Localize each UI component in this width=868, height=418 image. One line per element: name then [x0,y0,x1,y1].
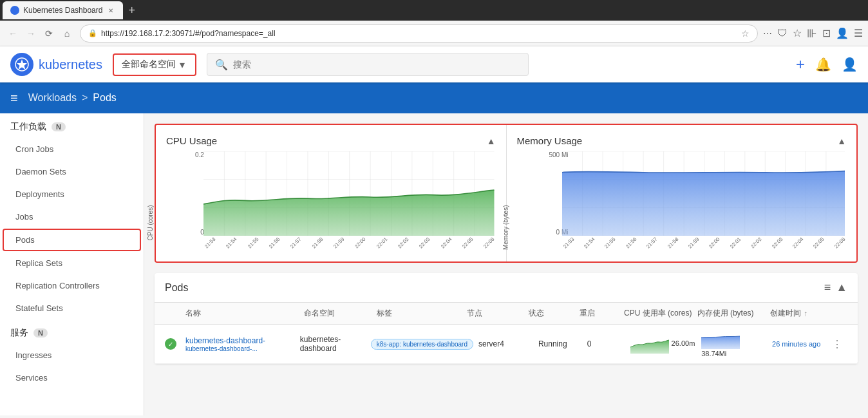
sidebar-item-daemon-sets[interactable]: Daemon Sets [0,160,144,183]
sidebar-icon[interactable]: ⊡ [822,27,831,39]
home-button[interactable]: ⌂ [59,26,75,41]
cpu-x-label-9: 22:02 [397,236,410,250]
mem-x-label-10: 22:03 [771,236,784,250]
cpu-chart-header: CPU Usage ▲ [166,135,496,146]
workloads-badge: N [52,122,66,131]
status-ok-icon: ✓ [165,338,176,350]
breadcrumb-separator: > [82,92,88,104]
cpu-chart-title: CPU Usage [166,135,217,146]
content-area: CPU Usage ▲ CPU (cores) 0.2 0 [144,113,868,415]
tab-title: Kubernetes Dashboard [23,6,102,15]
row-memory-value: 38.74Mi [701,350,726,357]
mem-x-label-2: 21:55 [603,236,617,250]
mem-x-label-9: 22:02 [750,236,763,250]
pods-collapse-button[interactable]: ▲ [836,281,847,294]
cpu-x-label-3: 21:56 [268,236,281,250]
search-input[interactable] [233,59,520,70]
sidebar-item-ingresses[interactable]: Ingresses [0,344,144,366]
breadcrumb-pods: Pods [93,92,116,104]
cpu-x-label-6: 21:59 [332,236,346,250]
breadcrumb-workloads[interactable]: Workloads [28,92,77,104]
row-cpu: 26.00m [630,334,696,354]
cpu-chart-panel: CPU Usage ▲ CPU (cores) 0.2 0 [156,125,506,261]
namespace-selector[interactable]: 全部命名空间 ▾ [113,53,196,76]
mem-x-label-1: 21:54 [583,236,596,250]
cpu-x-label-12: 22:05 [461,236,475,250]
search-icon: 🔍 [215,59,228,71]
forward-button[interactable]: → [23,26,39,41]
tab-close-button[interactable]: ✕ [106,6,115,15]
k8s-logo[interactable]: kubernetes [10,53,102,76]
active-tab[interactable]: Kubernetes Dashboard ✕ [3,1,123,19]
new-tab-button[interactable]: + [123,4,140,17]
k8s-logo-icon [10,53,33,76]
col-header-restart: 重启 [580,308,619,319]
reload-button[interactable]: ⟳ [41,26,57,41]
sidebar-services-header: 服务 N [0,319,144,344]
cpu-chart-svg [203,151,495,236]
sidebar-item-replica-sets[interactable]: Replica Sets [0,252,144,274]
pod-name-suffix[interactable]: kubernetes-dashboard-... [185,345,295,352]
pod-name-link[interactable]: kubernetes-dashboard- [185,336,265,345]
cpu-x-label-2: 21:55 [247,236,260,250]
col-header-node: 节点 [467,308,524,319]
row-status: ✓ [165,338,180,350]
history-icon[interactable]: ⊪ [807,26,817,41]
row-cpu-chart [630,334,669,354]
table-row: ✓ kubernetes-dashboard- kubernetes-dashb… [155,325,858,364]
menu-icon[interactable]: ☰ [854,27,863,39]
mem-x-label-8: 22:01 [729,236,742,250]
col-header-labels: 标签 [377,308,462,319]
memory-chart-svg [562,151,845,236]
mem-x-label-13: 22:06 [833,236,847,250]
sort-created-icon[interactable]: ↑ [804,309,807,318]
table-header: 名称 命名空间 标签 节点 状态 重启 CPU 使用率 (cores) 内存使用… [155,303,858,325]
pods-filter-button[interactable]: ≡ [824,281,831,294]
nav-breadcrumb: ≡ Workloads > Pods [0,82,868,113]
cpu-y-max: 0.2 [195,151,204,158]
sidebar-item-jobs[interactable]: Jobs [0,205,144,228]
cpu-x-label-5: 21:58 [311,236,325,250]
back-button[interactable]: ← [5,26,21,41]
row-created: 26 minutes ago [772,340,827,348]
sidebar-toggle-icon[interactable]: ≡ [10,91,18,106]
cpu-chart-collapse-button[interactable]: ▲ [487,136,496,146]
account-button[interactable]: 👤 [842,57,858,72]
url-bar[interactable]: 🔒 https://192.168.17.2:30971/#/pod?names… [80,24,758,43]
sidebar-item-services[interactable]: Services [0,366,144,389]
url-text: https://192.168.17.2:30971/#/pod?namespa… [101,29,737,38]
memory-chart-collapse-button[interactable]: ▲ [837,136,846,146]
header-actions: + 🔔 👤 [796,55,858,73]
services-badge: N [33,328,48,337]
star-icon[interactable]: ☆ [793,27,802,39]
workloads-label: 工作负载 [10,121,46,133]
profile-icon[interactable]: 👤 [836,27,849,39]
sidebar-item-cron-jobs[interactable]: Cron Jobs [0,138,144,160]
row-more-button[interactable]: ⋮ [832,339,842,350]
sidebar-item-stateful-sets[interactable]: Stateful Sets [0,297,144,319]
namespace-label: 全部命名空间 [122,59,176,70]
row-created-link[interactable]: 26 minutes ago [772,340,820,348]
sidebar: 工作负载 N Cron Jobs Daemon Sets Deployments… [0,113,144,415]
mem-x-label-5: 21:58 [666,236,680,250]
services-label: 服务 [10,327,28,339]
cpu-x-label-13: 22:06 [482,236,496,250]
shield-icon[interactable]: 🛡 [777,28,788,39]
sidebar-item-pods[interactable]: Pods [3,229,141,251]
sidebar-item-deployments[interactable]: Deployments [0,183,144,205]
mem-x-label-12: 22:05 [812,236,826,250]
mem-x-label-4: 21:57 [645,236,659,250]
col-header-created: 创建时间 ↑ [770,308,827,319]
tab-favicon [10,6,19,15]
sidebar-item-replication-controllers[interactable]: Replication Controllers [0,274,144,297]
row-memory: 38.74Mi [701,330,767,358]
pods-header-actions: ≡ ▲ [824,281,847,294]
add-resource-button[interactable]: + [796,55,805,73]
pods-section: Pods ≡ ▲ 名称 命名空间 标签 节点 状态 重启 CPU 使用率 (co… [155,273,858,364]
notifications-button[interactable]: 🔔 [815,57,831,72]
charts-container: CPU Usage ▲ CPU (cores) 0.2 0 [155,124,858,263]
bookmark-icon[interactable]: ☆ [741,28,750,39]
extensions-icon[interactable]: ⋯ [763,28,772,39]
sidebar-workloads-header: 工作负载 N [0,113,144,138]
col-header-namespace: 命名空间 [304,308,372,319]
